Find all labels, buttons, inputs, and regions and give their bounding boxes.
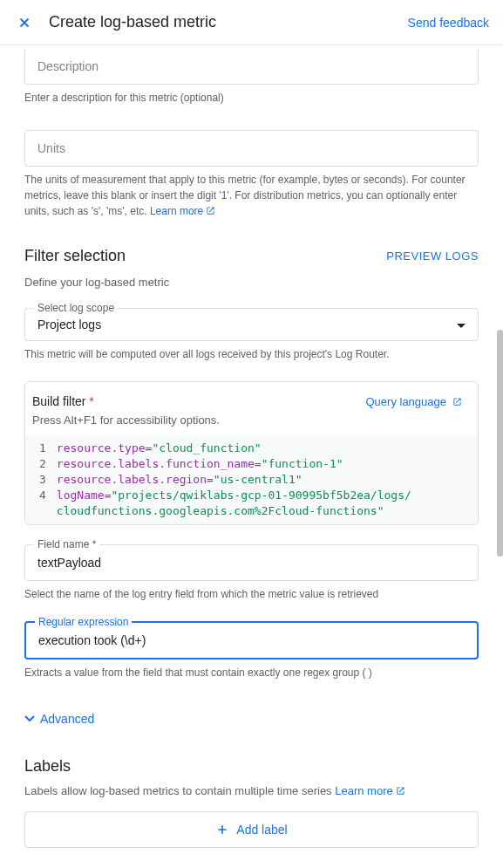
labels-section-desc: Labels allow log-based metrics to contai… [24, 784, 479, 797]
field-name-label: Field name * [34, 538, 99, 550]
log-scope-select[interactable]: Select log scope Project logs [24, 308, 479, 341]
build-filter-panel: Build filter * Query language Press Alt+… [24, 381, 479, 525]
filter-section-title: Filter selection [24, 247, 126, 265]
description-helper: Enter a description for this metric (opt… [24, 90, 479, 106]
filter-code-editor[interactable]: 1 2 3 4 resource.type="cloud_function" r… [25, 435, 478, 524]
field-name-helper: Select the name of the log entry field f… [24, 586, 479, 602]
regex-input[interactable] [26, 623, 477, 658]
labels-learn-more-link[interactable]: Learn more [335, 784, 404, 797]
preview-logs-button[interactable]: PREVIEW LOGS [386, 249, 479, 263]
page-title: Create log-based metric [49, 13, 408, 31]
units-field[interactable] [24, 130, 479, 167]
field-name-field[interactable]: Field name * [24, 544, 479, 581]
query-language-link[interactable]: Query language [365, 394, 462, 408]
regex-field[interactable]: Regular expression [24, 621, 479, 660]
log-scope-label: Select log scope [34, 302, 118, 314]
log-scope-value: Project logs [37, 318, 457, 331]
add-label-button[interactable]: Add label [24, 811, 479, 848]
plus-icon [215, 823, 229, 837]
labels-section-title: Labels [24, 757, 479, 776]
build-filter-title: Build filter * [32, 394, 94, 408]
code-content[interactable]: resource.type="cloud_function" resource.… [57, 435, 478, 524]
send-feedback-link[interactable]: Send feedback [408, 16, 489, 30]
close-icon[interactable] [14, 12, 35, 33]
chevron-down-icon [24, 715, 35, 722]
units-learn-more-link[interactable]: Learn more [150, 205, 215, 217]
description-field[interactable] [24, 49, 479, 85]
log-scope-helper: This metric will be computed over all lo… [24, 346, 479, 362]
build-filter-hint: Press Alt+F1 for accessibility options. [25, 413, 478, 435]
regex-helper: Extracts a value from the field that mus… [24, 665, 479, 680]
chevron-down-icon [457, 318, 466, 331]
units-helper: The units of measurement that apply to t… [24, 172, 479, 219]
regex-label: Regular expression [35, 616, 132, 628]
field-name-input[interactable] [25, 545, 478, 580]
filter-section-desc: Define your log-based metric [24, 276, 479, 289]
units-input[interactable] [25, 131, 478, 166]
code-gutter: 1 2 3 4 [25, 435, 57, 524]
scrollbar-thumb[interactable] [497, 330, 503, 557]
description-input[interactable] [25, 49, 478, 84]
advanced-toggle[interactable]: Advanced [24, 712, 479, 726]
